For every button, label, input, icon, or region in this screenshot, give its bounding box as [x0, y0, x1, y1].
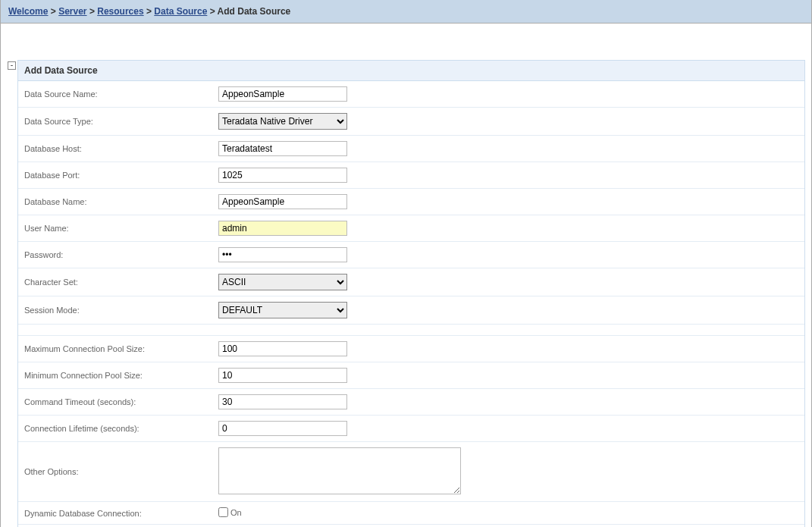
- label-cmdtimeout: Command Timeout (seconds):: [18, 389, 212, 416]
- row-maxpool: Maximum Connection Pool Size:: [18, 336, 804, 362]
- row-dbname: Database Name:: [18, 189, 804, 215]
- row-dstype: Data Source Type: Teradata Native Driver: [18, 108, 804, 136]
- row-dbhost: Database Host:: [18, 136, 804, 162]
- breadcrumb-sep: >: [51, 6, 56, 17]
- row-otheroptions: Other Options:: [18, 442, 804, 502]
- label-username: User Name:: [18, 215, 212, 242]
- breadcrumb-server[interactable]: Server: [58, 6, 86, 17]
- panel-title: Add Data Source: [18, 61, 804, 81]
- breadcrumb-welcome[interactable]: Welcome: [8, 6, 48, 17]
- row-charset: Character Set: ASCII: [18, 268, 804, 296]
- breadcrumb-current: Add Data Source: [218, 6, 291, 17]
- label-charset: Character Set:: [18, 268, 212, 296]
- row-dbport: Database Port:: [18, 162, 804, 189]
- input-dbname[interactable]: [218, 194, 347, 209]
- row-connlifetime: Connection Lifetime (seconds):: [18, 416, 804, 442]
- breadcrumb-datasource[interactable]: Data Source: [154, 6, 207, 17]
- input-dsname[interactable]: [218, 86, 347, 102]
- breadcrumb-sep: >: [210, 6, 215, 17]
- input-connlifetime[interactable]: [218, 421, 347, 436]
- row-username: User Name:: [18, 215, 804, 242]
- collapse-toggle-icon[interactable]: -: [8, 61, 16, 70]
- label-dbhost: Database Host:: [18, 136, 212, 162]
- form-table: Data Source Name: Data Source Type: Tera…: [18, 81, 804, 527]
- select-sessionmode[interactable]: DEFAULT: [218, 302, 347, 318]
- breadcrumb-resources[interactable]: Resources: [97, 6, 143, 17]
- spacer: [18, 325, 804, 336]
- label-dynconn: Dynamic Database Connection:: [18, 502, 212, 525]
- breadcrumb-sep: >: [146, 6, 152, 17]
- label-pooling: Pooling:: [18, 525, 212, 528]
- input-dbport[interactable]: [218, 168, 347, 183]
- input-minpool[interactable]: [218, 368, 347, 383]
- row-dynconn: Dynamic Database Connection: On: [18, 502, 804, 525]
- input-cmdtimeout[interactable]: [218, 394, 347, 409]
- checkbox-dynconn[interactable]: [218, 507, 228, 517]
- breadcrumb-sep: >: [89, 6, 95, 17]
- breadcrumb: Welcome > Server > Resources > Data Sour…: [1, 0, 811, 24]
- label-maxpool: Maximum Connection Pool Size:: [18, 336, 212, 362]
- input-dbhost[interactable]: [218, 141, 347, 156]
- label-dstype: Data Source Type:: [18, 108, 212, 136]
- input-username[interactable]: [218, 221, 347, 236]
- row-minpool: Minimum Connection Pool Size:: [18, 362, 804, 389]
- row-cmdtimeout: Command Timeout (seconds):: [18, 389, 804, 416]
- label-minpool: Minimum Connection Pool Size:: [18, 362, 212, 389]
- label-dbname: Database Name:: [18, 189, 212, 215]
- checkbox-dynconn-label: On: [230, 508, 242, 517]
- label-otheroptions: Other Options:: [18, 442, 212, 502]
- label-connlifetime: Connection Lifetime (seconds):: [18, 416, 212, 442]
- textarea-otheroptions[interactable]: [218, 447, 461, 494]
- label-dsname: Data Source Name:: [18, 81, 212, 108]
- label-sessionmode: Session Mode:: [18, 296, 212, 325]
- input-password[interactable]: [218, 247, 347, 262]
- row-dsname: Data Source Name:: [18, 81, 804, 108]
- add-datasource-panel: Add Data Source Data Source Name: Data S…: [17, 60, 805, 527]
- label-dbport: Database Port:: [18, 162, 212, 189]
- row-pooling: Pooling: On: [18, 525, 804, 528]
- input-maxpool[interactable]: [218, 341, 347, 356]
- select-dstype[interactable]: Teradata Native Driver: [218, 113, 347, 130]
- select-charset[interactable]: ASCII: [218, 274, 347, 290]
- row-sessionmode: Session Mode: DEFAULT: [18, 296, 804, 325]
- row-password: Password:: [18, 242, 804, 268]
- label-password: Password:: [18, 242, 212, 268]
